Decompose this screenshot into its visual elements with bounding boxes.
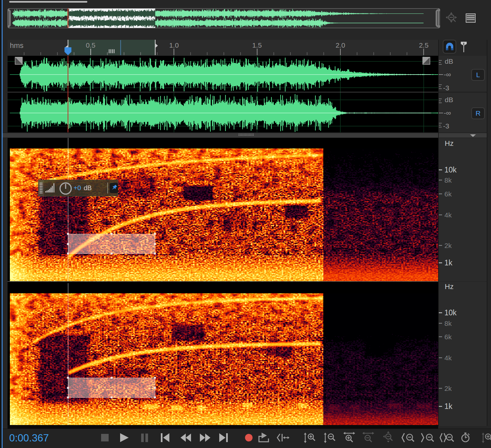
svg-text:1k: 1k bbox=[444, 402, 453, 411]
svg-text:hms: hms bbox=[10, 41, 24, 50]
svg-text:dB: dB bbox=[445, 57, 453, 65]
svg-text:-3: -3 bbox=[443, 122, 449, 130]
svg-text:Hz: Hz bbox=[445, 282, 454, 291]
svg-text:2k: 2k bbox=[444, 385, 452, 392]
svg-text:8k: 8k bbox=[444, 320, 452, 327]
svg-text:1k: 1k bbox=[444, 258, 453, 267]
svg-text:10k: 10k bbox=[444, 308, 457, 317]
svg-text:8k: 8k bbox=[444, 176, 452, 184]
svg-text:10k: 10k bbox=[444, 166, 457, 174]
svg-text:4k: 4k bbox=[444, 211, 452, 219]
svg-text:2.0: 2.0 bbox=[335, 41, 345, 49]
svg-text:0.5: 0.5 bbox=[86, 41, 95, 49]
svg-text:Hz: Hz bbox=[445, 139, 454, 147]
svg-text:-∞: -∞ bbox=[444, 71, 451, 78]
svg-text:2.5: 2.5 bbox=[419, 41, 428, 49]
svg-text:6k: 6k bbox=[444, 190, 452, 198]
svg-text:dB: dB bbox=[445, 96, 453, 103]
svg-text:4k: 4k bbox=[444, 354, 452, 362]
svg-text:6k: 6k bbox=[444, 333, 452, 341]
svg-text:-∞: -∞ bbox=[444, 109, 451, 117]
svg-text:1.0: 1.0 bbox=[169, 41, 179, 49]
svg-text:-3: -3 bbox=[443, 84, 449, 92]
svg-text:2k: 2k bbox=[444, 242, 452, 249]
svg-text:1.5: 1.5 bbox=[252, 41, 262, 49]
